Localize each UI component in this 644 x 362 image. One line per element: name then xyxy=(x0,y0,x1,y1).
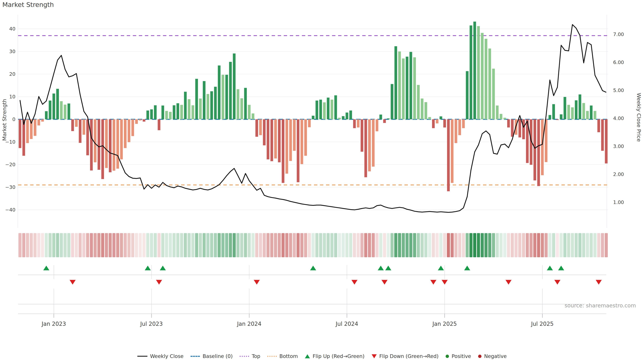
heatmap-cell xyxy=(285,233,288,257)
heatmap-cell xyxy=(131,233,134,257)
strength-bar xyxy=(410,52,412,119)
strength-bar xyxy=(162,106,164,119)
heatmap-cell xyxy=(195,233,198,257)
strength-bar xyxy=(594,111,596,119)
heatmap-cell xyxy=(304,233,307,257)
strength-bar xyxy=(552,104,555,119)
strength-bar xyxy=(319,100,322,119)
heatmap-cell xyxy=(146,233,149,257)
strength-bar xyxy=(173,105,176,119)
strength-bar xyxy=(240,98,243,119)
strength-bar xyxy=(105,119,108,168)
heatmap-cell xyxy=(37,233,40,257)
strength-bar xyxy=(564,97,566,119)
strength-bar xyxy=(432,119,435,128)
strength-bar xyxy=(38,119,40,125)
strength-bar xyxy=(289,119,292,161)
heatmap-cell xyxy=(154,233,157,257)
heatmap-cell xyxy=(492,233,495,257)
left-axis-tick: 10 xyxy=(9,94,16,99)
strength-bar xyxy=(248,105,250,119)
heatmap-cell xyxy=(150,233,153,257)
weekly-close-line-swatch-icon xyxy=(137,356,148,357)
strength-bar xyxy=(192,105,194,119)
flip-down-marker-icon xyxy=(506,280,512,285)
strength-bar xyxy=(578,94,581,119)
strength-bar xyxy=(256,119,258,137)
heatmap-cell xyxy=(533,233,536,257)
heatmap-cell xyxy=(248,233,251,257)
strength-bar xyxy=(45,111,48,119)
strength-bar xyxy=(150,109,153,119)
heatmap-cell xyxy=(503,233,506,257)
heatmap-cell xyxy=(507,233,510,257)
strength-bar xyxy=(582,103,585,119)
heatmap-cell xyxy=(252,233,254,257)
heatmap-cell xyxy=(158,233,160,257)
strength-bar xyxy=(116,119,119,169)
x-axis-tick-label: Jul 2023 xyxy=(140,321,163,327)
strength-bar xyxy=(357,119,360,128)
heatmap-cell xyxy=(334,233,337,257)
heatmap-cell xyxy=(530,233,532,257)
heatmap-cell xyxy=(556,233,559,257)
left-axis-tick: 30 xyxy=(9,49,16,54)
strength-bar xyxy=(79,119,82,143)
strength-bars xyxy=(18,22,608,191)
strength-bar xyxy=(428,117,431,119)
positive-dot-icon xyxy=(446,355,449,358)
heatmap-cell xyxy=(64,233,66,257)
heatmap-cell xyxy=(67,233,70,257)
flip-down-marker-icon xyxy=(430,280,436,285)
heatmap-cell xyxy=(94,233,96,257)
heatmap-cell xyxy=(432,233,435,257)
strength-bar xyxy=(26,119,29,143)
heatmap-cell xyxy=(263,233,266,257)
strength-bar xyxy=(500,114,502,119)
strength-bar xyxy=(481,33,484,119)
strength-bar xyxy=(226,75,228,119)
strength-heatmap xyxy=(18,233,608,257)
heatmap-cell xyxy=(477,233,480,257)
strength-bar xyxy=(349,110,352,119)
strength-bar xyxy=(470,25,472,119)
strength-bar xyxy=(18,119,21,148)
heatmap-cell xyxy=(221,233,224,257)
heatmap-cell xyxy=(293,233,296,257)
bottom-dotted-swatch-icon xyxy=(267,356,277,357)
strength-bar xyxy=(436,119,438,123)
heatmap-cell xyxy=(496,233,499,257)
strength-bar xyxy=(180,105,183,119)
heatmap-cell xyxy=(218,233,221,257)
strength-bar xyxy=(68,104,70,119)
heatmap-cell xyxy=(169,233,172,257)
strength-bar xyxy=(548,115,551,119)
right-axis-tick: 2.00 xyxy=(613,171,624,177)
heatmap-cell xyxy=(417,233,420,257)
heatmap-cell xyxy=(18,233,22,257)
heatmap-cell xyxy=(601,233,604,257)
strength-bar xyxy=(368,119,371,171)
heatmap-cell xyxy=(458,233,461,257)
strength-bar xyxy=(598,119,600,132)
flip-up-marker-icon xyxy=(385,266,391,270)
heatmap-cell xyxy=(244,233,247,257)
strength-bar xyxy=(297,119,299,182)
strength-bar xyxy=(203,81,206,119)
strength-bar xyxy=(466,71,468,119)
heatmap-cell xyxy=(578,233,582,257)
heatmap-cell xyxy=(349,233,352,257)
heatmap-cell xyxy=(214,233,217,257)
heatmap-cell xyxy=(605,233,608,257)
heatmap-cell xyxy=(552,233,555,257)
heatmap-cell xyxy=(259,233,262,257)
heatmap-cell xyxy=(79,233,82,257)
heatmap-cell xyxy=(514,233,518,257)
legend-item-baseline: Baseline (0) xyxy=(190,353,232,359)
strength-bar xyxy=(282,119,284,183)
heatmap-cell xyxy=(560,233,563,257)
strength-bar xyxy=(346,113,348,119)
flip-up-marker-icon xyxy=(438,266,444,270)
strength-bar xyxy=(206,94,209,119)
heatmap-cell xyxy=(360,233,364,257)
